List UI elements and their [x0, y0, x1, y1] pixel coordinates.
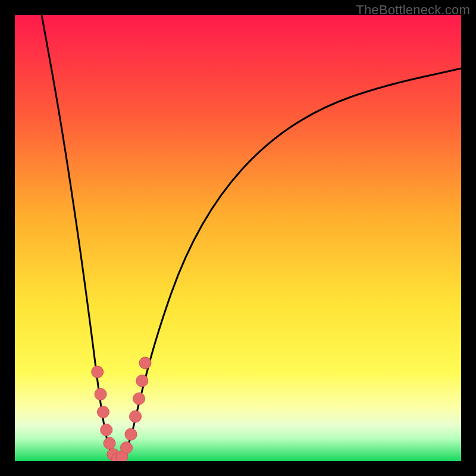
marker-dot	[95, 389, 107, 400]
marker-dot	[101, 424, 112, 436]
watermark-text: TheBottleneck.com	[356, 2, 470, 18]
marker-dot	[104, 437, 115, 449]
marker-dot	[121, 442, 133, 454]
chart-frame: TheBottleneck.com	[0, 0, 476, 476]
marker-dot	[130, 411, 142, 422]
marker-dot	[98, 406, 109, 418]
curve-markers	[92, 357, 151, 461]
marker-dot	[136, 375, 148, 387]
curve-layer	[15, 15, 461, 461]
marker-dot	[139, 357, 151, 369]
marker-dot	[125, 428, 137, 440]
marker-dot	[133, 393, 145, 405]
marker-dot	[92, 366, 104, 378]
plot-area	[15, 15, 461, 461]
